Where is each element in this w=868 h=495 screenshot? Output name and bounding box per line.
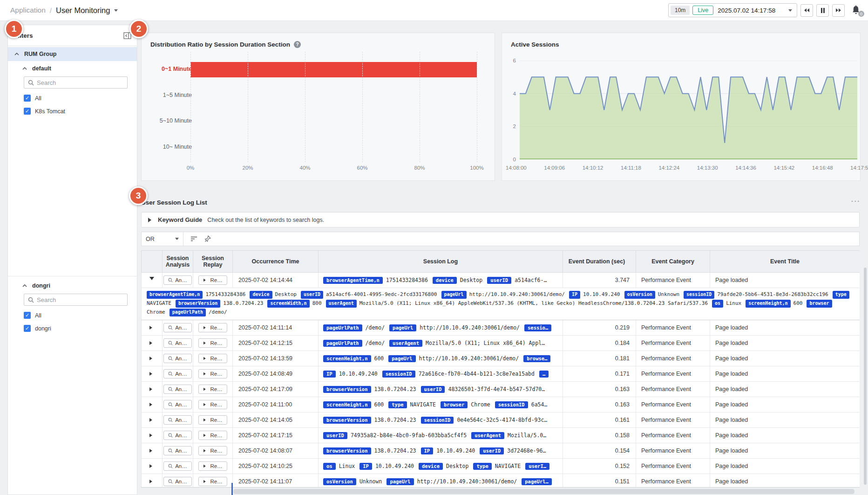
bar-0-1-minute[interactable] bbox=[190, 62, 477, 77]
time-range-selector[interactable]: 10m Live 2025.07.02 14:17:58 bbox=[668, 3, 797, 17]
filter-checkbox-row[interactable]: ✓All bbox=[24, 95, 137, 102]
checkbox[interactable]: ✓ bbox=[24, 325, 31, 332]
table-row[interactable]: An…Re…2025-07-02 14:08:07browserVersion1… bbox=[142, 443, 860, 459]
expand-row-icon[interactable] bbox=[149, 418, 154, 422]
session-analysis-button[interactable]: An… bbox=[163, 369, 192, 378]
session-analysis-button[interactable]: An… bbox=[163, 354, 192, 363]
session-log-cell[interactable]: browserVersion138.0.7204.23sessionID0e4e… bbox=[319, 412, 563, 428]
expand-row-icon[interactable] bbox=[149, 326, 154, 330]
expand-cell[interactable] bbox=[142, 474, 163, 488]
session-log-cell[interactable]: userID74935a82-b84e-4bc0-9fab-603bba5cf4… bbox=[319, 428, 563, 443]
expand-cell[interactable] bbox=[142, 459, 163, 474]
expand-cell[interactable] bbox=[142, 351, 163, 366]
collapse-row-icon[interactable] bbox=[149, 277, 154, 282]
pause-button[interactable] bbox=[816, 4, 829, 17]
help-icon[interactable]: ? bbox=[294, 41, 301, 48]
table-row[interactable]: An…Re…2025-07-02 14:13:59screenHeight,n6… bbox=[142, 351, 860, 366]
session-analysis-button[interactable]: An… bbox=[163, 400, 192, 409]
table-row[interactable]: An…Re…2025-07-02 14:11:00screenHeight,n6… bbox=[142, 397, 860, 412]
sidebar-section-dongri[interactable]: dongri bbox=[8, 280, 137, 292]
expand-row-icon[interactable] bbox=[149, 403, 154, 406]
live-badge[interactable]: Live bbox=[692, 6, 713, 15]
expand-cell[interactable] bbox=[142, 428, 163, 443]
session-log-cell[interactable]: browserVersion138.0.7204.23userID4832650… bbox=[319, 382, 563, 397]
column-header-Event Category[interactable]: Event Category bbox=[636, 251, 710, 273]
more-menu-icon[interactable]: ··· bbox=[851, 198, 861, 205]
expand-cell[interactable] bbox=[142, 443, 163, 459]
session-replay-button[interactable]: Re… bbox=[198, 431, 227, 440]
table-row[interactable]: An…Re…2025-07-02 14:14:05browserVersion1… bbox=[142, 412, 860, 428]
session-analysis-button[interactable]: An… bbox=[163, 323, 192, 332]
expand-row-icon[interactable] bbox=[149, 357, 154, 360]
session-log-cell[interactable]: pageUrlPath/demo/userAgentMozilla/5.0 (X… bbox=[319, 336, 563, 351]
session-replay-button[interactable]: Re… bbox=[198, 338, 227, 348]
time-range-chip[interactable]: 10m bbox=[671, 6, 690, 15]
session-analysis-button[interactable]: An… bbox=[163, 461, 192, 471]
session-log-cell[interactable]: osLinuxIP10.10.49.240deviceDesktoptypeNA… bbox=[319, 459, 563, 474]
filter-checkbox-row[interactable]: ✓dongri bbox=[24, 325, 137, 332]
chevron-down-icon[interactable] bbox=[114, 9, 118, 14]
column-header-Occurrence Time[interactable]: Occurrence Time bbox=[233, 251, 319, 273]
rewind-button[interactable] bbox=[800, 4, 813, 17]
active-sessions-chart[interactable] bbox=[520, 61, 857, 159]
vertical-scrollbar[interactable] bbox=[864, 268, 867, 485]
fast-forward-button[interactable] bbox=[832, 4, 845, 17]
expand-row-icon[interactable] bbox=[149, 464, 154, 468]
column-header-Session Replay[interactable]: Session Replay bbox=[193, 251, 233, 273]
session-replay-button[interactable]: Re… bbox=[198, 400, 227, 409]
keyword-guide-expand-icon[interactable] bbox=[148, 218, 154, 222]
session-replay-button[interactable]: Re… bbox=[198, 477, 227, 486]
expand-cell[interactable] bbox=[142, 397, 163, 412]
session-log-cell[interactable]: osVersionUnknownpageUrlhttp://10.10.49.2… bbox=[319, 474, 563, 488]
session-replay-button[interactable]: Re… bbox=[198, 369, 227, 378]
operator-select[interactable]: OR bbox=[142, 232, 183, 246]
breadcrumb-root[interactable]: Application bbox=[10, 6, 46, 14]
session-analysis-button[interactable]: An… bbox=[163, 446, 192, 455]
column-header-expand[interactable] bbox=[142, 251, 163, 273]
session-log-cell[interactable]: IP10.10.49.240sessionID72a616ce-fb70-4b4… bbox=[319, 366, 563, 382]
search-input[interactable] bbox=[34, 296, 127, 303]
table-row[interactable]: An…Re…2025-07-02 14:11:07osVersionUnknow… bbox=[142, 474, 860, 488]
expand-cell[interactable] bbox=[142, 366, 163, 382]
page-title[interactable]: User Monitoring bbox=[56, 6, 110, 15]
table-row[interactable]: An…Re…2025-07-02 14:10:25osLinuxIP10.10.… bbox=[142, 459, 860, 474]
column-header-Event Title[interactable]: Event Title bbox=[710, 251, 860, 273]
expand-cell[interactable] bbox=[142, 273, 163, 288]
expand-row-icon[interactable] bbox=[149, 449, 154, 453]
session-analysis-button[interactable]: An… bbox=[163, 477, 192, 486]
checkbox[interactable]: ✓ bbox=[24, 312, 31, 319]
session-replay-button[interactable]: Re… bbox=[198, 323, 227, 332]
expand-cell[interactable] bbox=[142, 320, 163, 336]
expand-row-icon[interactable] bbox=[149, 480, 154, 483]
session-analysis-button[interactable]: An… bbox=[163, 431, 192, 440]
session-replay-button[interactable]: Re… bbox=[198, 461, 227, 471]
notifications-button[interactable]: 0 bbox=[851, 5, 861, 15]
session-log-cell[interactable]: pageUrlPath/demo/pageUrlhttp://10.10.49.… bbox=[319, 320, 563, 336]
checkbox[interactable]: ✓ bbox=[24, 108, 31, 115]
dropdown-caret-icon[interactable] bbox=[788, 9, 792, 14]
session-replay-button[interactable]: Re… bbox=[198, 415, 227, 425]
pin-icon[interactable] bbox=[204, 235, 211, 242]
session-log-cell[interactable]: browserAgentTime,n1751433284386deviceDes… bbox=[319, 273, 563, 288]
horizontal-scrollbar[interactable] bbox=[233, 489, 854, 494]
sidebar-group-rum[interactable]: RUM Group bbox=[8, 47, 137, 61]
session-replay-button[interactable]: Re… bbox=[198, 275, 227, 285]
table-row[interactable]: An…Re…2025-07-02 14:14:44browserAgentTim… bbox=[142, 273, 860, 288]
expanded-log-detail[interactable]: browserAgentTime,n1751433284386deviceDes… bbox=[142, 288, 860, 320]
column-header-Session Analysis[interactable]: Session Analysis bbox=[163, 251, 193, 273]
session-log-cell[interactable]: screenHeight,n600typeNAVIGATEbrowserChro… bbox=[319, 397, 563, 412]
filter-icon[interactable] bbox=[190, 236, 197, 242]
session-analysis-button[interactable]: An… bbox=[163, 275, 192, 285]
session-analysis-button[interactable]: An… bbox=[163, 415, 192, 425]
sidebar-section-default[interactable]: default bbox=[8, 62, 137, 75]
search-input[interactable] bbox=[34, 79, 127, 86]
keyword-guide-bar[interactable]: Keyword Guide Check out the list of keyw… bbox=[141, 212, 860, 227]
checkbox[interactable]: ✓ bbox=[24, 95, 31, 102]
table-row[interactable]: An…Re…2025-07-02 14:08:49IP10.10.49.240s… bbox=[142, 366, 860, 382]
expand-row-icon[interactable] bbox=[149, 372, 154, 376]
expand-row-icon[interactable] bbox=[149, 387, 154, 391]
session-log-cell[interactable]: screenHeight,n600pageUrlhttp://10.10.49.… bbox=[319, 351, 563, 366]
session-replay-button[interactable]: Re… bbox=[198, 385, 227, 394]
table-row[interactable]: An…Re…2025-07-02 14:12:15pageUrlPath/dem… bbox=[142, 336, 860, 351]
table-row[interactable]: An…Re…2025-07-02 14:17:09browserVersion1… bbox=[142, 382, 860, 397]
